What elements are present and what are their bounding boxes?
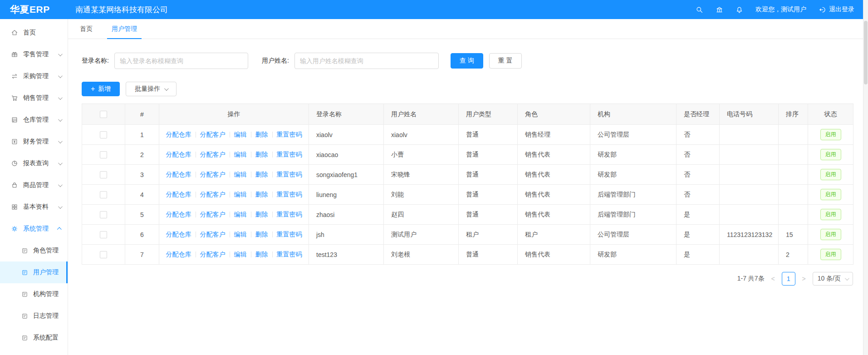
row-checkbox[interactable] (100, 251, 107, 258)
status-badge[interactable]: 启用 (820, 129, 841, 140)
delete-link[interactable]: 删除 (255, 131, 268, 138)
sidebar-item-log-management[interactable]: 日志管理 (0, 305, 68, 327)
cell-sort (779, 205, 808, 225)
edit-link[interactable]: 编辑 (234, 231, 247, 238)
assign-warehouse-link[interactable]: 分配仓库 (166, 171, 191, 178)
bank-icon[interactable] (716, 6, 723, 14)
reset-password-link[interactable]: 重置密码 (277, 151, 302, 158)
tab-user-management[interactable]: 用户管理 (112, 19, 137, 39)
row-index: 3 (125, 165, 159, 185)
edit-link[interactable]: 编辑 (234, 191, 247, 198)
assign-warehouse-link[interactable]: 分配仓库 (166, 151, 191, 158)
assign-customer-link[interactable]: 分配客户 (200, 211, 226, 218)
sidebar: 首页 零售管理 采购管理 销售管理 仓库管理 财务管理 (0, 19, 68, 355)
column-header-name: 用户姓名 (384, 104, 459, 125)
status-badge[interactable]: 启用 (820, 189, 841, 200)
delete-link[interactable]: 删除 (255, 151, 268, 158)
sidebar-item-role-management[interactable]: 角色管理 (0, 240, 68, 261)
reset-button[interactable]: 重 置 (489, 53, 522, 69)
row-checkbox[interactable] (100, 231, 107, 238)
page-number-button[interactable]: 1 (782, 272, 795, 286)
sidebar-item-purchase[interactable]: 采购管理 (0, 65, 68, 87)
delete-link[interactable]: 删除 (255, 191, 268, 198)
edit-link[interactable]: 编辑 (234, 251, 247, 258)
row-checkbox[interactable] (100, 191, 107, 198)
edit-link[interactable]: 编辑 (234, 171, 247, 178)
select-all-checkbox[interactable] (100, 111, 107, 118)
row-checkbox[interactable] (100, 131, 107, 138)
sidebar-item-products[interactable]: 商品管理 (0, 174, 68, 196)
sidebar-item-reports[interactable]: 报表查询 (0, 153, 68, 174)
sidebar-item-system-config[interactable]: 系统配置 (0, 327, 68, 349)
gear-icon (11, 225, 18, 232)
row-checkbox[interactable] (100, 211, 107, 218)
chevron-down-icon (58, 95, 63, 100)
login-name-input[interactable] (114, 53, 248, 69)
table-row: 7 分配仓库分配客户编辑删除重置密码 test123 刘老根 普通 销售代表 研… (82, 245, 853, 265)
reset-password-link[interactable]: 重置密码 (277, 131, 302, 138)
delete-link[interactable]: 删除 (255, 251, 268, 258)
search-icon[interactable] (696, 6, 703, 14)
sidebar-item-sales[interactable]: 销售管理 (0, 87, 68, 109)
row-checkbox[interactable] (100, 171, 107, 178)
edit-link[interactable]: 编辑 (234, 151, 247, 158)
status-badge[interactable]: 启用 (820, 149, 841, 160)
assign-warehouse-link[interactable]: 分配仓库 (166, 211, 191, 218)
profile-icon (21, 269, 28, 276)
next-page-button[interactable]: > (802, 275, 806, 282)
status-badge[interactable]: 启用 (820, 249, 841, 260)
page-size-select[interactable]: 10 条/页 (813, 272, 853, 286)
sidebar-item-home[interactable]: 首页 (0, 22, 68, 44)
reset-password-link[interactable]: 重置密码 (277, 191, 302, 198)
sidebar-item-finance[interactable]: 财务管理 (0, 131, 68, 153)
assign-warehouse-link[interactable]: 分配仓库 (166, 231, 191, 238)
edit-link[interactable]: 编辑 (234, 131, 247, 138)
logout-button[interactable]: 退出登录 (819, 5, 854, 14)
reset-password-link[interactable]: 重置密码 (277, 251, 302, 258)
sidebar-item-warehouse[interactable]: 仓库管理 (0, 109, 68, 131)
chevron-down-icon (58, 204, 63, 209)
table-row: 4 分配仓库分配客户编辑删除重置密码 liuneng 刘能 普通 销售代表 后端… (82, 185, 853, 205)
user-name-input[interactable] (294, 53, 439, 69)
add-button[interactable]: + 新增 (82, 82, 120, 96)
delete-link[interactable]: 删除 (255, 211, 268, 218)
assign-customer-link[interactable]: 分配客户 (200, 231, 226, 238)
table-row: 2 分配仓库分配客户编辑删除重置密码 xiaocao 小曹 普通 销售代表 研发… (82, 145, 853, 165)
assign-warehouse-link[interactable]: 分配仓库 (166, 251, 191, 258)
assign-customer-link[interactable]: 分配客户 (200, 171, 226, 178)
assign-customer-link[interactable]: 分配客户 (200, 131, 226, 138)
search-button[interactable]: 查 询 (451, 53, 483, 69)
bell-icon[interactable] (736, 6, 743, 14)
edit-link[interactable]: 编辑 (234, 211, 247, 218)
sidebar-item-retail[interactable]: 零售管理 (0, 44, 68, 65)
sidebar-item-system[interactable]: 系统管理 (0, 218, 68, 240)
delete-link[interactable]: 删除 (255, 231, 268, 238)
row-checkbox[interactable] (100, 151, 107, 158)
sidebar-item-basic-data[interactable]: 基本资料 (0, 196, 68, 218)
scrollbar-thumb[interactable] (864, 21, 868, 84)
assign-customer-link[interactable]: 分配客户 (200, 191, 226, 198)
reset-password-link[interactable]: 重置密码 (277, 211, 302, 218)
batch-operations-button[interactable]: 批量操作 (126, 82, 177, 96)
reset-password-link[interactable]: 重置密码 (277, 231, 302, 238)
status-badge[interactable]: 启用 (820, 169, 841, 180)
assign-customer-link[interactable]: 分配客户 (200, 151, 226, 158)
tab-home[interactable]: 首页 (80, 19, 93, 39)
assign-warehouse-link[interactable]: 分配仓库 (166, 131, 191, 138)
window-scrollbar[interactable] (863, 0, 868, 355)
delete-link[interactable]: 删除 (255, 171, 268, 178)
sidebar-item-org-management[interactable]: 机构管理 (0, 283, 68, 305)
status-badge[interactable]: 启用 (820, 229, 841, 240)
status-badge[interactable]: 启用 (820, 209, 841, 220)
assign-warehouse-link[interactable]: 分配仓库 (166, 191, 191, 198)
cell-type: 普通 (459, 165, 518, 185)
sidebar-item-user-management[interactable]: 用户管理 (0, 261, 68, 283)
cell-role: 销售代表 (518, 205, 590, 225)
column-header-status: 状态 (808, 104, 853, 125)
reset-password-link[interactable]: 重置密码 (277, 171, 302, 178)
cell-name: 刘老根 (384, 245, 459, 265)
previous-page-button[interactable]: < (771, 275, 775, 282)
cell-sort (779, 165, 808, 185)
assign-customer-link[interactable]: 分配客户 (200, 251, 226, 258)
cell-name: 刘能 (384, 185, 459, 205)
